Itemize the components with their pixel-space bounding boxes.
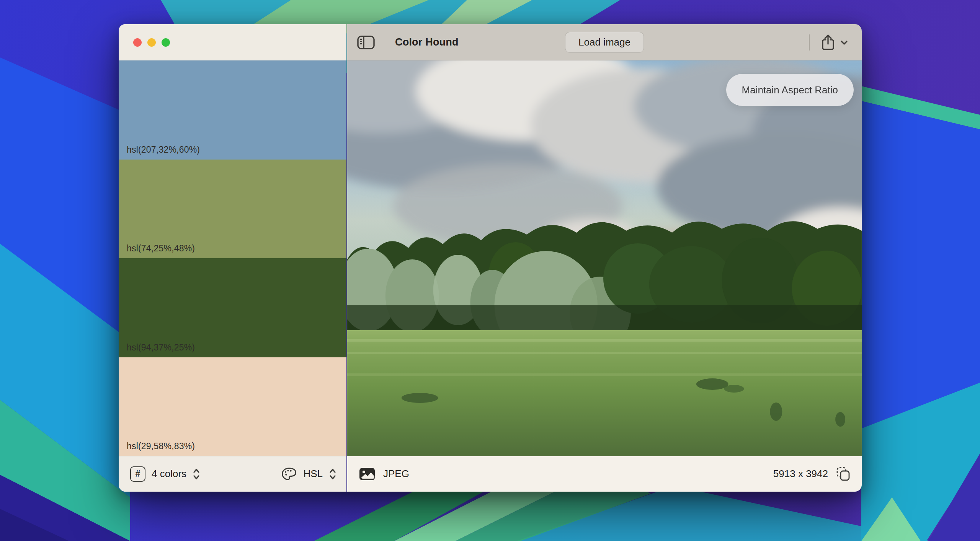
file-format-group: JPEG bbox=[359, 467, 409, 481]
swatch-hsl-label: hsl(29,58%,83%) bbox=[119, 441, 195, 456]
main-titlebar[interactable]: Color Hound Load image bbox=[347, 24, 862, 60]
image-dimensions-label: 5913 x 3942 bbox=[773, 468, 828, 480]
landscape-photo bbox=[347, 60, 862, 456]
zoom-button[interactable] bbox=[162, 38, 170, 47]
image-file-icon bbox=[359, 467, 376, 481]
color-swatch[interactable]: hsl(94,37%,25%) bbox=[119, 258, 346, 357]
hash-icon: # bbox=[130, 466, 145, 482]
maintain-aspect-ratio-button[interactable]: Maintain Aspect Ratio bbox=[726, 74, 854, 106]
toolbar-divider bbox=[809, 34, 810, 51]
color-swatch[interactable]: hsl(74,25%,48%) bbox=[119, 160, 346, 259]
loaded-image-view[interactable]: Maintain Aspect Ratio bbox=[347, 60, 862, 456]
traffic-lights bbox=[133, 38, 170, 47]
minimize-button[interactable] bbox=[147, 38, 156, 47]
window-title: Color Hound bbox=[395, 36, 459, 48]
share-controls[interactable] bbox=[809, 24, 848, 60]
stepper-updown-icon bbox=[193, 468, 200, 480]
color-count-label: 4 colors bbox=[152, 468, 186, 480]
color-format-label: HSL bbox=[303, 468, 323, 480]
color-swatch[interactable]: hsl(29,58%,83%) bbox=[119, 357, 346, 456]
toggle-sidebar-icon[interactable] bbox=[357, 35, 375, 50]
color-count-control[interactable]: # 4 colors bbox=[130, 466, 200, 482]
load-image-button[interactable]: Load image bbox=[565, 32, 644, 53]
swatch-hsl-label: hsl(94,37%,25%) bbox=[119, 342, 195, 357]
share-icon[interactable] bbox=[820, 33, 836, 52]
swatch-hsl-label: hsl(207,32%,60%) bbox=[119, 145, 200, 160]
sidebar-titlebar[interactable] bbox=[119, 24, 346, 60]
desktop: hsl(207,32%,60%) hsl(74,25%,48%) hsl(94,… bbox=[0, 0, 980, 541]
palette-sidebar: hsl(207,32%,60%) hsl(74,25%,48%) hsl(94,… bbox=[119, 24, 346, 492]
sidebar-toolbar: # 4 colors HSL bbox=[119, 456, 346, 492]
color-hound-window: hsl(207,32%,60%) hsl(74,25%,48%) hsl(94,… bbox=[119, 24, 862, 492]
color-swatch-list: hsl(207,32%,60%) hsl(74,25%,48%) hsl(94,… bbox=[119, 60, 346, 456]
dimensions-group: 5913 x 3942 bbox=[773, 466, 851, 482]
copy-icon[interactable] bbox=[836, 466, 851, 482]
color-swatch[interactable]: hsl(207,32%,60%) bbox=[119, 60, 346, 160]
image-status-bar: JPEG 5913 x 3942 bbox=[347, 456, 862, 492]
close-button[interactable] bbox=[133, 38, 142, 47]
color-format-control[interactable]: HSL bbox=[281, 467, 336, 481]
palette-icon bbox=[281, 467, 297, 481]
swatch-hsl-label: hsl(74,25%,48%) bbox=[119, 243, 195, 258]
stepper-updown-icon bbox=[329, 468, 336, 480]
file-format-label: JPEG bbox=[383, 468, 409, 480]
chevron-down-icon[interactable] bbox=[840, 40, 848, 45]
main-pane: Color Hound Load image bbox=[346, 24, 862, 492]
